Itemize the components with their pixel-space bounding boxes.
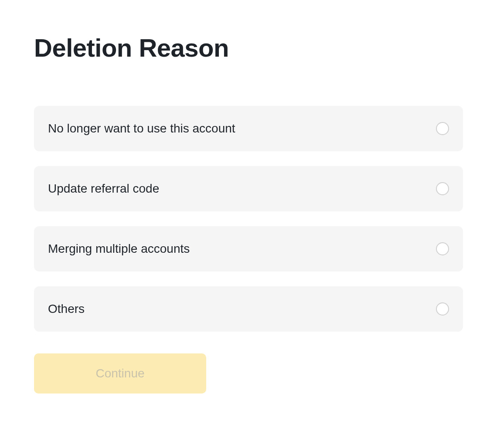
option-label: Others <box>48 302 85 316</box>
option-update-referral[interactable]: Update referral code <box>34 166 463 211</box>
radio-unchecked-icon[interactable] <box>436 182 449 195</box>
radio-unchecked-icon[interactable] <box>436 242 449 255</box>
continue-button[interactable]: Continue <box>34 353 206 394</box>
options-list: No longer want to use this account Updat… <box>34 106 463 332</box>
radio-unchecked-icon[interactable] <box>436 302 449 316</box>
page-title: Deletion Reason <box>34 33 463 62</box>
option-others[interactable]: Others <box>34 286 463 332</box>
option-label: No longer want to use this account <box>48 122 235 136</box>
option-label: Update referral code <box>48 182 159 196</box>
option-merging-accounts[interactable]: Merging multiple accounts <box>34 226 463 272</box>
option-label: Merging multiple accounts <box>48 242 190 256</box>
radio-unchecked-icon[interactable] <box>436 122 449 135</box>
option-no-longer-use[interactable]: No longer want to use this account <box>34 106 463 151</box>
